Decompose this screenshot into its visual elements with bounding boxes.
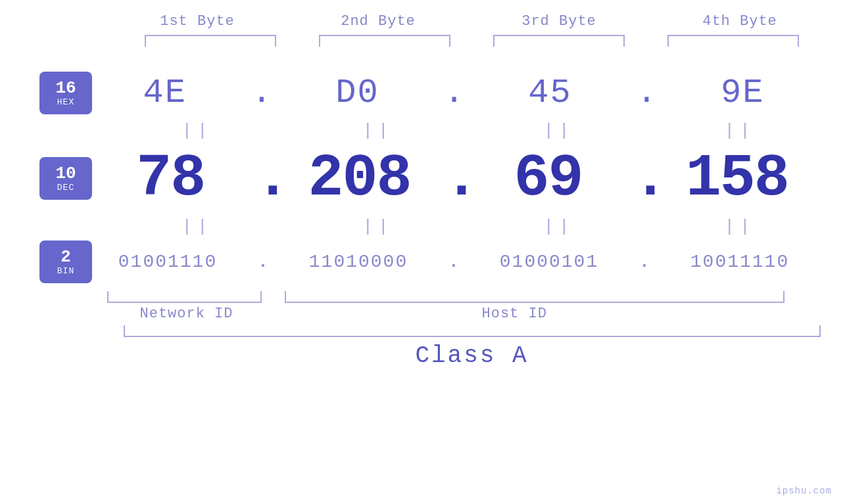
equals-1: || bbox=[132, 121, 263, 141]
hex-badge-label: HEX bbox=[57, 97, 74, 107]
host-id-bracket bbox=[285, 291, 785, 303]
hex-byte3: 45 bbox=[491, 74, 609, 112]
bin-badge-label: BIN bbox=[57, 266, 74, 276]
dec-byte4: 158 bbox=[665, 145, 809, 212]
byte-headers: 1st Byte 2nd Byte 3rd Byte 4th Byte bbox=[107, 13, 831, 30]
dec-row-group: 10 DEC 78 . 208 . 69 . 158 bbox=[0, 143, 845, 215]
bracket-top-3 bbox=[493, 35, 625, 47]
equals-5: || bbox=[132, 217, 263, 237]
top-brackets bbox=[124, 35, 821, 47]
bin-row-group: 2 BIN 01001110 . 11010000 . 01000101 . 1… bbox=[0, 239, 845, 285]
class-bracket bbox=[124, 325, 821, 337]
hex-byte4: 9E bbox=[683, 74, 802, 112]
bin-badge-num: 2 bbox=[60, 248, 71, 267]
equals-3: || bbox=[493, 121, 625, 141]
hex-row-group: 16 HEX 4E . D0 . 45 . 9E bbox=[0, 66, 845, 119]
equals-row-1: || || || || bbox=[107, 119, 831, 143]
equals-8: || bbox=[674, 217, 806, 237]
dec-dot3: . bbox=[633, 145, 652, 212]
bin-byte1: 01001110 bbox=[102, 252, 233, 272]
dec-byte1: 78 bbox=[98, 145, 243, 212]
hex-badge: 16 HEX bbox=[39, 72, 92, 114]
byte2-header: 2nd Byte bbox=[306, 13, 450, 30]
equals-6: || bbox=[312, 217, 444, 237]
byte1-header: 1st Byte bbox=[125, 13, 270, 30]
dec-badge-label: DEC bbox=[57, 183, 74, 193]
hex-badge-num: 16 bbox=[55, 79, 76, 98]
bin-byte4: 10011110 bbox=[674, 252, 806, 272]
equals-row-2: || || || || bbox=[107, 215, 831, 239]
dec-dot2: . bbox=[444, 145, 464, 212]
bracket-top-4 bbox=[667, 35, 799, 47]
dec-values-row: 78 . 208 . 69 . 158 bbox=[92, 143, 815, 215]
hex-dot1: . bbox=[251, 74, 271, 112]
hex-values-row: 4E . D0 . 45 . 9E bbox=[92, 66, 815, 119]
dec-badge: 10 DEC bbox=[39, 157, 92, 200]
dec-byte2: 208 bbox=[287, 145, 431, 212]
dec-byte3: 69 bbox=[476, 145, 621, 212]
equals-2: || bbox=[312, 121, 444, 141]
network-id-label: Network ID bbox=[140, 306, 233, 322]
hex-byte2: D0 bbox=[299, 74, 417, 112]
bin-values-row: 01001110 . 11010000 . 01000101 . 1001111… bbox=[92, 239, 815, 285]
bracket-top-2 bbox=[319, 35, 450, 47]
bin-dot1: . bbox=[253, 252, 273, 272]
bin-dot3: . bbox=[635, 252, 654, 272]
class-area: Class A bbox=[124, 325, 821, 369]
bracket-top-1 bbox=[145, 35, 276, 47]
host-id-label: Host ID bbox=[482, 306, 547, 322]
network-id-bracket bbox=[107, 291, 262, 303]
bin-byte2: 11010000 bbox=[293, 252, 424, 272]
equals-7: || bbox=[493, 217, 625, 237]
equals-4: || bbox=[674, 121, 806, 141]
bin-byte3: 01000101 bbox=[483, 252, 615, 272]
dec-dot1: . bbox=[255, 145, 275, 212]
main-container: 1st Byte 2nd Byte 3rd Byte 4th Byte 16 H… bbox=[0, 0, 845, 504]
bin-badge: 2 BIN bbox=[39, 241, 92, 283]
hex-dot3: . bbox=[637, 74, 656, 112]
class-label: Class A bbox=[124, 342, 821, 369]
dec-badge-num: 10 bbox=[55, 164, 76, 183]
byte3-header: 3rd Byte bbox=[487, 13, 631, 30]
watermark: ipshu.com bbox=[776, 486, 832, 496]
byte4-header: 4th Byte bbox=[667, 13, 812, 30]
hex-dot2: . bbox=[444, 74, 464, 112]
bin-dot2: . bbox=[444, 252, 464, 272]
hex-byte1: 4E bbox=[106, 74, 224, 112]
